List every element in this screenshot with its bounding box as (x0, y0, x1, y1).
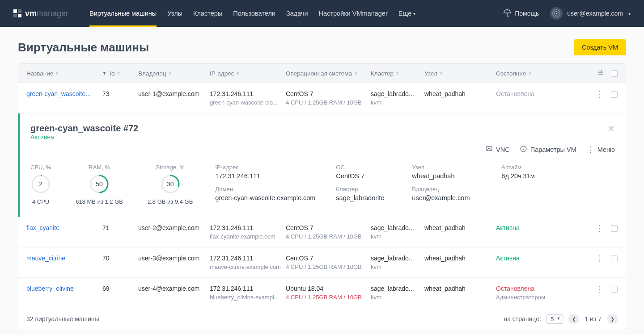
th-state[interactable]: Состояние▿ (496, 70, 559, 77)
panel-title: green-cyan_wascoite #72 (30, 123, 138, 134)
vnc-button[interactable]: VNC (485, 145, 510, 154)
user-email: user@example.com (567, 10, 623, 17)
help-label: Помощь (515, 10, 539, 17)
svg-rect-0 (13, 9, 17, 13)
vm-os: CentOS 7 (286, 224, 371, 231)
vm-node: wheat_padhah (424, 90, 496, 97)
table-header: Название▿ ▼id▿ Владелец▿ IP-адрес▿ Опера… (18, 64, 626, 83)
user-menu[interactable]: user@example.com ▾ (550, 7, 631, 20)
table-row[interactable]: green-cyan_wascoite... 73 user-1@example… (18, 83, 626, 113)
th-os[interactable]: Операционная система▿ (286, 70, 371, 77)
column-settings-icon[interactable] (597, 69, 604, 77)
create-vm-button[interactable]: Создать VM (574, 39, 626, 55)
panel-owner: user@example.com (412, 194, 492, 201)
vm-params-button[interactable]: Параметры VM (520, 145, 576, 154)
prev-page-button[interactable]: ❮ (568, 314, 579, 324)
row-menu-icon[interactable]: ⋮ (596, 255, 604, 263)
table-row[interactable]: mauve_citrine 70 user-3@example.com 172.… (18, 247, 626, 278)
topbar: vmmanager Виртуальные машины Узлы Класте… (0, 0, 644, 27)
vm-node: wheat_padhah (424, 255, 496, 262)
row-checkbox[interactable] (611, 255, 618, 262)
main-nav: Виртуальные машины Узлы Кластеры Пользов… (84, 0, 503, 27)
th-id[interactable]: ▼id▿ (102, 70, 138, 77)
select-all-checkbox[interactable] (611, 70, 618, 77)
close-icon[interactable]: ✕ (607, 123, 615, 134)
row-checkbox[interactable] (611, 225, 618, 232)
row-menu-icon[interactable]: ⋮ (596, 224, 604, 232)
vm-owner: user-1@example.com (138, 90, 210, 97)
vm-name-link[interactable]: blueberry_olivine (26, 285, 74, 292)
per-page-select[interactable]: 5 (547, 314, 564, 324)
vm-domain: mauve-citrine.example.com (210, 264, 286, 270)
vm-spec: 4 CPU / 1.25GB RAM / 10GB (286, 99, 371, 106)
vm-id: 70 (102, 255, 138, 262)
avatar (550, 7, 563, 20)
vm-state: Активна (496, 255, 559, 262)
nav-nodes[interactable]: Узлы (162, 0, 188, 27)
th-node[interactable]: Узел▿ (424, 70, 496, 77)
nav-users[interactable]: Пользователи (228, 0, 281, 27)
vm-os: CentOS 7 (286, 90, 371, 97)
vm-cluster: sage_labrado... (371, 255, 424, 262)
vm-menu-button[interactable]: ⋮Меню (586, 146, 615, 154)
svg-rect-2 (13, 14, 17, 17)
vm-os: CentOS 7 (286, 255, 371, 262)
vm-cluster: sage_labrado... (371, 285, 424, 292)
vm-cluster: sage_labrado... (371, 224, 424, 231)
vm-id: 71 (102, 224, 138, 231)
row-checkbox[interactable] (611, 91, 618, 98)
gauges: CPU, % 2 4 CPU RAM, % 50 618 MB из 1.2 G… (30, 164, 193, 205)
row-checkbox[interactable] (611, 286, 618, 293)
info-icon (520, 145, 527, 154)
vm-owner: user-2@example.com (138, 224, 210, 231)
row-menu-icon[interactable]: ⋮ (596, 90, 604, 98)
vm-node: wheat_padhah (424, 224, 496, 231)
next-page-button[interactable]: ❯ (607, 314, 618, 324)
chevron-down-icon: ▾ (413, 11, 415, 16)
nav-settings[interactable]: Настройки VMmanager (314, 0, 393, 27)
filter-icon: ▿ (237, 71, 239, 76)
nav-tasks[interactable]: Задачи (281, 0, 314, 27)
filter-icon: ▿ (56, 71, 59, 76)
vm-cluster-type: kvm (371, 294, 424, 301)
logo-text-manager: manager (37, 9, 68, 18)
nav-clusters[interactable]: Кластеры (188, 0, 228, 27)
filter-icon: ▿ (169, 71, 171, 76)
vm-name-link[interactable]: mauve_citrine (26, 255, 65, 262)
vm-state: ОстановленаАдминистратором (496, 285, 559, 301)
vm-ip: 172.31.246.111 (210, 224, 286, 231)
th-owner[interactable]: Владелец▿ (138, 70, 210, 77)
table-row[interactable]: flax_cyanite 71 user-2@example.com 172.3… (18, 217, 626, 247)
panel-ip: 172.31.246.111 (215, 172, 327, 180)
nav-vms[interactable]: Виртуальные машины (84, 0, 162, 27)
page: Виртуальные машины Создать VM Название▿ … (0, 27, 644, 335)
th-name[interactable]: Название▿ (26, 70, 102, 77)
vm-ip: 172.31.246.111 (210, 285, 286, 292)
th-cluster[interactable]: Кластер▿ (371, 70, 424, 77)
svg-point-7 (601, 71, 602, 72)
svg-point-8 (599, 72, 601, 73)
vm-cluster-type: kvm (371, 99, 424, 106)
nav-more-label: Еще (398, 10, 412, 17)
page-title: Виртуальные машины (18, 41, 149, 54)
svg-rect-1 (18, 9, 21, 13)
table-row[interactable]: blueberry_olivine 69 user-4@example.com … (18, 278, 626, 308)
vm-state: Активна (496, 224, 559, 231)
vm-spec: 4 CPU / 1.25GB RAM / 10GB (286, 264, 371, 270)
logo[interactable]: vmmanager (13, 9, 68, 18)
table-footer: 32 виртуальные машины на странице: 5 ❮ 1… (18, 308, 626, 330)
filter-icon: ▿ (396, 71, 399, 76)
vm-cluster-type: kvm (371, 264, 424, 270)
panel-os: CentOS 7 (336, 172, 403, 180)
page-head: Виртуальные машины Создать VM (18, 39, 626, 55)
gauge-cpu: CPU, % 2 4 CPU (30, 164, 51, 205)
help-link[interactable]: Помощь (503, 9, 539, 18)
row-menu-icon[interactable]: ⋮ (596, 285, 604, 293)
nav-more[interactable]: Еще▾ (393, 0, 421, 27)
th-ip[interactable]: IP-адрес▿ (210, 70, 286, 77)
vm-name-link[interactable]: flax_cyanite (26, 224, 59, 231)
gauge-ram: RAM, % 50 618 MB из 1.2 GB (76, 164, 123, 205)
vm-name-link[interactable]: green-cyan_wascoite... (26, 90, 91, 97)
vm-id: 69 (102, 285, 138, 292)
filter-icon: ▿ (529, 71, 531, 76)
